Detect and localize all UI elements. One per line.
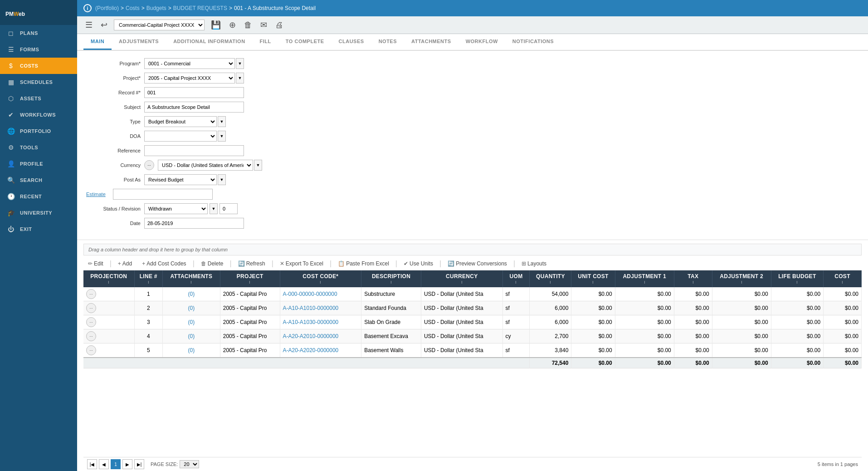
doa-select[interactable] xyxy=(144,131,217,142)
cost-code-link[interactable]: A-A10-A1010-0000000 xyxy=(283,305,339,311)
breadcrumb-budgets[interactable]: Budgets xyxy=(146,5,166,11)
refresh-button[interactable]: 🔄 Refresh xyxy=(234,259,269,268)
tab-additional[interactable]: ADDITIONAL INFORMATION xyxy=(166,34,252,50)
col-adj2[interactable]: ADJUSTMENT 2 ⁝ xyxy=(712,270,771,287)
col-projection[interactable]: PROJECTION ⁝ xyxy=(83,270,134,287)
col-quantity[interactable]: QUANTITY ⁝ xyxy=(530,270,571,287)
subject-input[interactable] xyxy=(144,102,244,113)
tab-clauses[interactable]: CLAUSES xyxy=(332,34,371,50)
use-units-button[interactable]: ✔ Use Units xyxy=(400,259,437,268)
page-size-select[interactable]: 20 xyxy=(180,460,199,468)
currency-select[interactable]: USD - Dollar (United States of America) xyxy=(158,160,253,171)
col-currency[interactable]: CURRENCY ⁝ xyxy=(421,270,502,287)
next-page-button[interactable]: ▶ xyxy=(122,459,132,469)
currency-dropdown-arrow[interactable]: ▼ xyxy=(254,160,262,171)
row-menu-button[interactable]: ··· xyxy=(86,317,96,327)
row-menu-button[interactable]: ··· xyxy=(86,303,96,313)
col-cost-code[interactable]: COST CODE* ⁝ xyxy=(280,270,361,287)
program-select[interactable]: 0001 - Commercial xyxy=(144,58,235,69)
sidebar-item-forms[interactable]: ☰ FORMS xyxy=(0,41,77,58)
preview-conversions-button[interactable]: 🔄 Preview Conversions xyxy=(444,259,511,268)
last-page-button[interactable]: ▶| xyxy=(134,459,144,469)
sidebar-item-costs[interactable]: $ COSTS xyxy=(0,58,77,74)
cost-code-link[interactable]: A-A20-A2010-0000000 xyxy=(283,333,339,339)
breadcrumb-budget-requests[interactable]: BUDGET REQUESTS xyxy=(173,5,227,11)
layouts-button[interactable]: ⊞ Layouts xyxy=(518,259,550,268)
tab-workflow[interactable]: WORKFLOW xyxy=(458,34,505,50)
sidebar-item-tools[interactable]: ⚙ TOOLS xyxy=(0,139,77,156)
sidebar-item-portfolio[interactable]: 🌐 PORTFOLIO xyxy=(0,123,77,139)
tab-fill[interactable]: FILL xyxy=(253,34,278,50)
sidebar-item-university[interactable]: 🎓 UNIVERSITY xyxy=(0,205,77,221)
delete-button[interactable]: 🗑 xyxy=(242,20,254,31)
type-dropdown-arrow[interactable]: ▼ xyxy=(218,116,226,127)
project-dropdown-arrow[interactable]: ▼ xyxy=(236,73,244,83)
row-menu-button[interactable]: ··· xyxy=(86,345,96,355)
add-row-button[interactable]: + Add xyxy=(114,259,136,268)
col-life-budget[interactable]: LIFE BUDGET ⁝ xyxy=(771,270,823,287)
col-tax[interactable]: TAX ⁝ xyxy=(674,270,712,287)
add-cost-codes-button[interactable]: + Add Cost Codes xyxy=(138,259,190,268)
tab-notifications[interactable]: NOTIFICATIONS xyxy=(505,34,561,50)
reference-input[interactable] xyxy=(144,145,244,156)
col-attachments[interactable]: ATTACHMENTS ⁝ xyxy=(162,270,220,287)
doa-dropdown-arrow[interactable]: ▼ xyxy=(218,131,226,142)
sidebar-item-exit[interactable]: ⏻ EXIT xyxy=(0,221,77,237)
col-project[interactable]: PROJECT ⁝ xyxy=(220,270,280,287)
edit-button[interactable]: ✏ Edit xyxy=(84,259,107,268)
first-page-button[interactable]: |◀ xyxy=(87,459,97,469)
record-input[interactable] xyxy=(144,87,244,98)
col-uom[interactable]: UOM ⁝ xyxy=(502,270,530,287)
prev-page-button[interactable]: ◀ xyxy=(99,459,109,469)
project-select[interactable]: 2005 - Capital Project XXXX xyxy=(144,73,235,83)
save-button[interactable]: 💾 xyxy=(209,19,223,31)
revision-input[interactable] xyxy=(219,203,238,214)
breadcrumb-costs[interactable]: Costs xyxy=(126,5,140,11)
info-icon[interactable]: i xyxy=(83,4,92,12)
hamburger-menu-button[interactable]: ☰ xyxy=(83,19,94,31)
attachments-link[interactable]: (0) xyxy=(188,347,195,353)
cost-code-link[interactable]: A-000-00000-0000000 xyxy=(283,291,337,297)
sidebar-item-workflows[interactable]: ✔ WORKFLOWS xyxy=(0,107,77,123)
col-unit-cost[interactable]: UNIT COST ⁝ xyxy=(571,270,615,287)
col-line[interactable]: LINE # ⁝ xyxy=(134,270,162,287)
attachments-link[interactable]: (0) xyxy=(188,333,195,339)
sidebar-item-schedules[interactable]: ▦ SCHEDULES xyxy=(0,74,77,90)
export-excel-button[interactable]: ✕ Export To Excel xyxy=(276,259,327,268)
tab-notes[interactable]: NOTES xyxy=(371,34,404,50)
program-dropdown-arrow[interactable]: ▼ xyxy=(236,58,244,69)
sidebar-item-plans[interactable]: ◻ PLANS xyxy=(0,25,77,41)
date-input[interactable] xyxy=(144,218,244,229)
email-button[interactable]: ✉ xyxy=(258,19,269,31)
attachments-link[interactable]: (0) xyxy=(188,291,195,297)
page-1-button[interactable]: 1 xyxy=(111,459,121,469)
post-as-dropdown-arrow[interactable]: ▼ xyxy=(218,174,226,185)
breadcrumb-portfolio[interactable]: (Portfolio) xyxy=(95,5,119,11)
print-button[interactable]: 🖨 xyxy=(273,20,285,31)
cost-code-link[interactable]: A-A20-A2020-0000000 xyxy=(283,347,339,353)
tab-main[interactable]: MAIN xyxy=(83,34,112,50)
sidebar-item-profile[interactable]: 👤 PROFILE xyxy=(0,156,77,172)
project-dropdown[interactable]: Commercial-Capital Project XXXX - 0 xyxy=(114,20,205,30)
col-description[interactable]: DESCRIPTION ⁝ xyxy=(361,270,421,287)
paste-excel-button[interactable]: 📋 Paste From Excel xyxy=(334,259,393,268)
status-select[interactable]: Withdrawn xyxy=(144,203,208,214)
estimate-link[interactable]: Estimate xyxy=(86,191,106,197)
tab-to-complete[interactable]: TO COMPLETE xyxy=(278,34,332,50)
col-adj1[interactable]: ADJUSTMENT 1 ⁝ xyxy=(615,270,674,287)
status-dropdown-arrow[interactable]: ▼ xyxy=(210,203,218,214)
type-select[interactable]: Budget Breakout xyxy=(144,116,217,127)
undo-button[interactable]: ↩ xyxy=(99,19,109,31)
attachments-link[interactable]: (0) xyxy=(188,319,195,325)
sidebar-item-search[interactable]: 🔍 SEARCH xyxy=(0,172,77,188)
post-as-select[interactable]: Revised Budget xyxy=(144,174,217,185)
row-menu-button[interactable]: ··· xyxy=(86,289,96,299)
tab-adjustments[interactable]: ADJUSTMENTS xyxy=(112,34,166,50)
tab-attachments[interactable]: ATTACHMENTS xyxy=(404,34,458,50)
sidebar-item-assets[interactable]: ⬡ ASSETS xyxy=(0,90,77,107)
estimate-input[interactable] xyxy=(113,189,213,200)
cost-code-link[interactable]: A-A10-A1030-0000000 xyxy=(283,319,339,325)
attachments-link[interactable]: (0) xyxy=(188,305,195,311)
add-button[interactable]: ⊕ xyxy=(227,19,238,31)
sidebar-item-recent[interactable]: 🕐 RECENT xyxy=(0,188,77,205)
